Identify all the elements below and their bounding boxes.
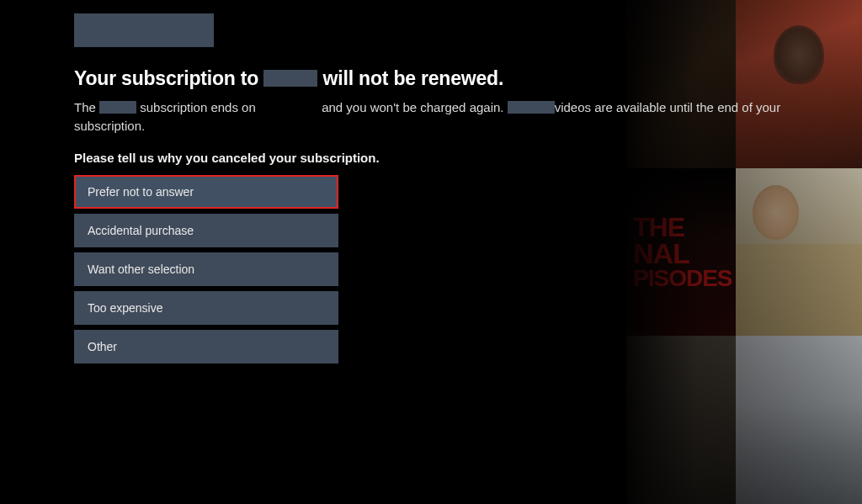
option-label: Other — [88, 340, 117, 353]
body-part: The — [74, 100, 96, 114]
reason-option-accidental-purchase[interactable]: Accidental purchase — [74, 214, 338, 247]
reason-option-want-other-selection[interactable]: Want other selection — [74, 252, 338, 286]
option-label: Accidental purchase — [88, 224, 194, 237]
title-part: Your subscription to — [74, 67, 258, 89]
service-logo-redacted — [74, 13, 214, 47]
option-label: Prefer not to answer — [88, 185, 194, 199]
option-label: Want other selection — [88, 263, 194, 276]
redacted-service-name — [508, 101, 555, 114]
survey-prompt: Please tell us why you canceled your sub… — [74, 151, 862, 165]
cancellation-dialog: Your subscription to will not be renewed… — [0, 0, 862, 363]
redacted-service-name — [99, 101, 136, 114]
reason-option-prefer-not-to-answer[interactable]: Prefer not to answer — [74, 175, 338, 209]
page-title: Your subscription to will not be renewed… — [74, 67, 862, 90]
reason-option-too-expensive[interactable]: Too expensive — [74, 291, 338, 325]
redacted-service-name — [263, 70, 317, 87]
body-part: subscription ends on — [140, 100, 256, 114]
cancellation-reason-list: Prefer not to answer Accidental purchase… — [74, 175, 338, 363]
reason-option-other[interactable]: Other — [74, 330, 338, 363]
body-part: and you won't be charged again. — [322, 100, 503, 114]
confirmation-message: The subscription ends on and you won't b… — [74, 98, 849, 135]
title-part: will not be renewed. — [323, 67, 504, 89]
option-label: Too expensive — [88, 301, 163, 315]
